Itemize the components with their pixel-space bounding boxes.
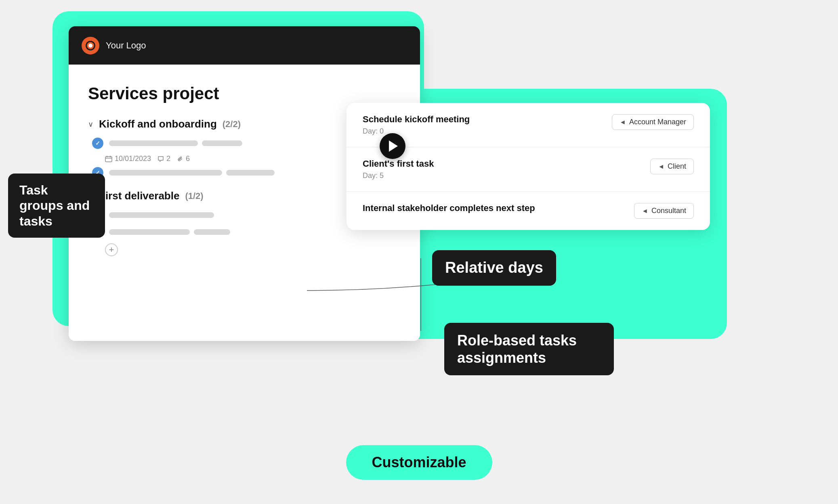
- play-button[interactable]: [380, 133, 405, 159]
- attachment-icon: [177, 156, 183, 162]
- role-arrow-icon-2: ◄: [658, 163, 664, 170]
- tooltip-relative-days: Relative days: [432, 250, 556, 286]
- role-label-3: Consultant: [651, 207, 686, 215]
- meta-date: 10/01/2023: [105, 155, 151, 163]
- comment-icon: [158, 156, 164, 162]
- detail-task-name-2: Client's first task: [363, 159, 434, 169]
- tooltip-role-based-text: Role-based tasks assignments: [457, 332, 577, 366]
- group-count-kickoff: (2/2): [223, 119, 241, 130]
- group-title-deliverable: First deliverable: [99, 190, 179, 202]
- role-badge-1[interactable]: ◄ Account Manager: [612, 114, 694, 130]
- task-bar-1: [109, 140, 198, 146]
- detail-task-name-1: Schedule kickoff meeting: [363, 114, 470, 125]
- add-task-button[interactable]: +: [105, 243, 118, 256]
- play-triangle-icon: [389, 140, 398, 152]
- detail-task-info-1: Schedule kickoff meeting Day: 0: [363, 114, 470, 136]
- role-arrow-icon-1: ◄: [620, 119, 626, 126]
- task-bar-2: [202, 140, 242, 146]
- meta-comments-value: 2: [166, 155, 170, 163]
- detail-task-info-3: Internal stakeholder completes next step: [363, 203, 535, 216]
- group-count-deliverable: (1/2): [185, 191, 203, 201]
- connector-path: [307, 284, 436, 291]
- role-arrow-icon-3: ◄: [642, 207, 648, 215]
- task-bars-4: [109, 229, 401, 235]
- detail-task-info-2: Client's first task Day: 5: [363, 159, 434, 180]
- role-label-2: Client: [668, 162, 686, 171]
- project-title: Services project: [88, 84, 401, 103]
- detail-row-3: Internal stakeholder completes next step…: [347, 192, 710, 230]
- logo-text: Your Logo: [106, 40, 146, 51]
- check-icon-filled[interactable]: [92, 138, 103, 149]
- calendar-icon: [105, 156, 112, 162]
- task-bar-6: [109, 229, 190, 235]
- tooltip-role-based: Role-based tasks assignments: [444, 323, 614, 375]
- logo-inner-dot: [88, 44, 92, 48]
- tooltip-relative-days-text: Relative days: [445, 259, 543, 276]
- detail-card: Schedule kickoff meeting Day: 0 ◄ Accoun…: [347, 103, 710, 230]
- task-bar-3: [109, 170, 222, 176]
- detail-row-inner-2: Client's first task Day: 5 ◄ Client: [363, 159, 694, 180]
- role-label-1: Account Manager: [629, 118, 686, 126]
- task-bar-4: [226, 170, 275, 176]
- detail-day-2: Day: 5: [363, 171, 434, 180]
- role-badge-3[interactable]: ◄ Consultant: [634, 203, 694, 219]
- svg-rect-0: [105, 157, 112, 162]
- meta-attachments-value: 6: [186, 155, 190, 163]
- meta-date-value: 10/01/2023: [115, 155, 151, 163]
- connector-line-relative: [307, 278, 436, 303]
- group-title-kickoff: Kickoff and onboarding: [99, 118, 217, 130]
- customizable-text: Customizable: [372, 454, 466, 471]
- connector-line-role: [420, 258, 422, 331]
- task-bar-5: [109, 212, 214, 218]
- detail-day-1: Day: 0: [363, 127, 470, 136]
- chevron-down-icon[interactable]: ∨: [88, 120, 93, 129]
- card-header: Your Logo: [69, 26, 420, 65]
- logo-icon: [82, 37, 99, 54]
- customizable-pill: Customizable: [346, 445, 492, 480]
- detail-row-inner-3: Internal stakeholder completes next step…: [363, 203, 694, 219]
- tooltip-task-groups: Task groups and tasks: [8, 174, 105, 238]
- detail-task-name-3: Internal stakeholder completes next step: [363, 203, 535, 213]
- role-badge-2[interactable]: ◄ Client: [650, 159, 694, 174]
- task-bar-7: [194, 229, 230, 235]
- meta-attachments: 6: [177, 155, 190, 163]
- detail-row-inner-1: Schedule kickoff meeting Day: 0 ◄ Accoun…: [363, 114, 694, 136]
- meta-comments: 2: [158, 155, 170, 163]
- tooltip-task-groups-text: Task groups and tasks: [19, 183, 90, 228]
